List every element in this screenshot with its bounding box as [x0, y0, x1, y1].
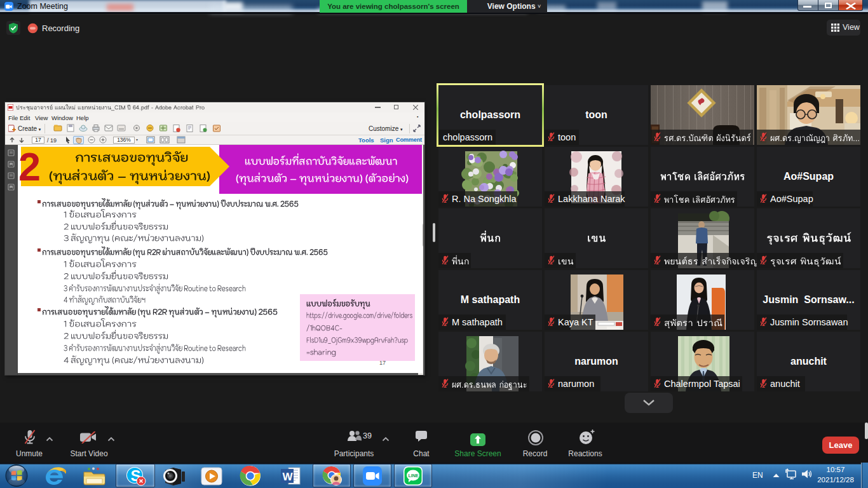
svg-text:W: W: [283, 471, 294, 483]
svg-text:LINE: LINE: [409, 473, 419, 478]
